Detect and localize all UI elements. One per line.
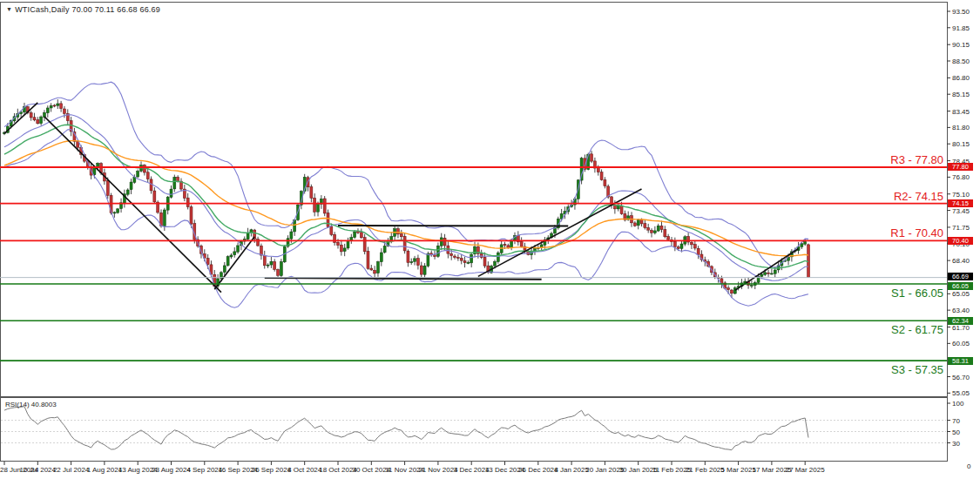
chart-title-text: WTICash,Daily 70.00 70.11 66.68 66.69 (15, 5, 160, 14)
rsi-plot[interactable] (1, 407, 947, 450)
date-label-14: 3 Dec 2024 (454, 466, 490, 474)
candlesticks (3, 99, 810, 298)
rsi-line (4, 407, 808, 450)
date-label-13: 21 Nov 2024 (418, 466, 457, 474)
date-label-24: 27 Mar 2025 (786, 466, 825, 474)
date-label-10: 18 Oct 2024 (319, 466, 357, 474)
price-tick-86.80: 86.80 (952, 74, 970, 82)
price-tick-55.05: 55.05 (952, 389, 970, 397)
chart-title: ▼WTICash,Daily 70.00 70.11 66.68 66.69 (6, 5, 160, 14)
date-label-17: 8 Jan 2025 (554, 466, 589, 474)
rsi-indicator-label: RSI(14) 40.8003 (5, 401, 57, 408)
resistance-label-r1: R1 - 70.40 (890, 226, 943, 239)
price-tick-73.45: 73.45 (952, 207, 970, 215)
price-tick-90.15: 90.15 (952, 41, 970, 49)
rsi-tick-70: 70 (952, 417, 960, 425)
trendline-downtrend-jul-sep (44, 117, 221, 293)
price-tick-63.40: 63.40 (952, 307, 970, 314)
price-plot[interactable] (3, 82, 810, 307)
trendline-uptrend-dec-jan (478, 189, 642, 276)
price-tick-88.50: 88.50 (952, 57, 970, 65)
price-tick-83.45: 83.45 (952, 108, 970, 116)
date-label-3: 1 Aug 2024 (87, 466, 122, 474)
price-tick-68.40: 68.40 (952, 257, 970, 265)
current-price-badge: 66.69 (948, 273, 973, 280)
level-badge-62.34: 62.34 (948, 317, 973, 325)
date-label-1: 10 Jul 2024 (20, 466, 56, 474)
price-tick-80.15: 80.15 (952, 140, 970, 148)
rsi-tick-100: 100 (952, 400, 963, 408)
trendline-rectangle-bottom (265, 278, 542, 280)
price-tick-75.10: 75.10 (952, 191, 970, 199)
price-tick-76.80: 76.80 (952, 173, 970, 181)
trendline-uptrend-sep (214, 237, 254, 289)
date-label-5: 23 Aug 2024 (152, 466, 191, 474)
date-label-9: 8 Oct 2024 (287, 466, 321, 474)
level-badge-74.15: 74.15 (948, 199, 973, 207)
price-tick-81.80: 81.80 (952, 124, 970, 132)
price-tick-56.70: 56.70 (952, 374, 970, 381)
price-tick-85.15: 85.15 (952, 91, 970, 98)
support-label-s1: S1 - 66.05 (891, 287, 943, 300)
level-badge-66.05: 66.05 (948, 282, 973, 290)
support-label-s2: S2 - 61.75 (891, 323, 943, 336)
level-badge-58.31: 58.31 (948, 357, 973, 365)
date-label-8: 26 Sep 2024 (252, 466, 291, 474)
price-tick-91.85: 91.85 (952, 24, 970, 32)
rsi-axis-zero: 0 (967, 462, 970, 470)
rsi-tick-30: 30 (952, 440, 960, 448)
price-tick-71.75: 71.75 (952, 224, 970, 232)
chart-canvas[interactable] (0, 0, 980, 479)
symbol-dropdown-icon[interactable]: ▼ (6, 6, 12, 12)
support-label-s3: S3 - 57.35 (891, 363, 943, 376)
price-tick-93.50: 93.50 (952, 8, 970, 16)
main-panel-frame (1, 3, 948, 397)
date-label-16: 26 Dec 2024 (518, 466, 558, 474)
resistance-label-r2: R2- 74.15 (894, 190, 943, 203)
date-label-2: 22 Jul 2024 (53, 466, 89, 474)
date-label-21: 21 Feb 2025 (686, 466, 725, 474)
price-tick-60.05: 60.05 (952, 340, 970, 347)
bollinger-lower-band (4, 130, 808, 308)
trendline-uptrend-jul (4, 103, 37, 133)
level-badge-77.80: 77.80 (948, 163, 973, 171)
rsi-tick-50: 50 (952, 428, 960, 436)
price-tick-65.05: 65.05 (952, 290, 970, 298)
resistance-label-r3: R3 - 77.80 (890, 153, 943, 166)
date-label-22: 5 Mar 2025 (720, 466, 755, 474)
price-tick-61.70: 61.70 (952, 324, 970, 332)
date-label-6: 4 Sep 2024 (186, 466, 222, 474)
trading-chart-window: ▼WTICash,Daily 70.00 70.11 66.68 66.69 R… (0, 0, 980, 479)
level-badge-70.40: 70.40 (948, 237, 973, 245)
